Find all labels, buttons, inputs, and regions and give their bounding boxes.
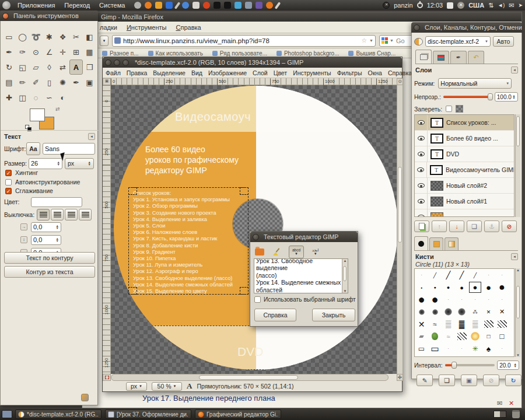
tab-paths[interactable]: ✒ bbox=[450, 51, 467, 64]
visibility-toggle[interactable] bbox=[415, 146, 428, 162]
gimp-menu-7[interactable]: Инструменты bbox=[290, 69, 334, 76]
brush-swatch[interactable] bbox=[455, 306, 468, 318]
tool-clone[interactable]: ▣ bbox=[83, 75, 96, 90]
brush-swatch[interactable]: ● bbox=[415, 293, 428, 306]
close-dialog-button[interactable]: Закрыть bbox=[312, 309, 355, 321]
lock-alpha-icon[interactable] bbox=[456, 105, 463, 113]
font-picker-button[interactable]: Aa bbox=[26, 142, 40, 155]
taskbar-item-2[interactable]: Графический редактор Gi... bbox=[195, 410, 281, 419]
tool-heal[interactable]: ✚ bbox=[2, 90, 16, 105]
workspace-icon[interactable] bbox=[447, 2, 453, 9]
duplicate-layer-button[interactable]: ❏ bbox=[467, 220, 482, 232]
checkbox[interactable] bbox=[5, 179, 12, 186]
close-button[interactable] bbox=[253, 234, 259, 240]
new-brush-button[interactable]: ❏ bbox=[439, 374, 455, 386]
tab-undo-history[interactable]: ↶ bbox=[468, 51, 484, 64]
trash-icon[interactable] bbox=[512, 410, 520, 418]
delete-brush-button[interactable]: ⊘ bbox=[483, 374, 499, 386]
use-selected-font-checkbox[interactable] bbox=[254, 296, 261, 303]
panel-menu-icon[interactable]: ◂ bbox=[511, 253, 518, 260]
tool-select-by-color[interactable]: ❖ bbox=[56, 29, 69, 44]
anchor-layer-button[interactable]: ⚓ bbox=[484, 220, 499, 232]
opacity-slider[interactable] bbox=[443, 96, 492, 98]
brush-swatch[interactable]: ▭ bbox=[428, 342, 442, 355]
brush-swatch[interactable]: ▒ bbox=[468, 318, 482, 330]
tool-eraser[interactable]: ▯ bbox=[43, 75, 56, 90]
spin-arrows[interactable]: ▲▼ bbox=[56, 237, 59, 243]
minimize-button[interactable] bbox=[114, 60, 120, 66]
brush-swatch[interactable] bbox=[482, 318, 495, 330]
panel-menu-icon[interactable]: ◂ bbox=[511, 66, 518, 74]
tool-move[interactable]: ✛ bbox=[56, 44, 69, 60]
firefox-menu-0[interactable]: ладки bbox=[100, 24, 117, 31]
selection-handle[interactable] bbox=[240, 287, 249, 295]
bookmark-item-2[interactable]: Ряд пользовате... bbox=[212, 50, 267, 57]
auto-button[interactable]: Авто bbox=[493, 36, 514, 47]
gimp-menu-6[interactable]: Цвет bbox=[271, 69, 290, 76]
brush-swatch[interactable]: ● bbox=[428, 293, 442, 306]
brush-swatch[interactable]: ● bbox=[495, 281, 509, 293]
duplicate-brush-button[interactable]: ▣ bbox=[461, 374, 477, 386]
workspace-2[interactable] bbox=[500, 411, 506, 417]
brush-swatch[interactable]: · bbox=[415, 269, 428, 281]
tool-flip[interactable]: ⇄ bbox=[56, 60, 69, 75]
spacing-slider[interactable] bbox=[445, 364, 495, 366]
bookmark-item-1[interactable]: Как использовать bbox=[148, 50, 203, 57]
tray-icon-help[interactable] bbox=[182, 2, 189, 9]
gimp-menu-2[interactable]: Выделение bbox=[150, 69, 188, 76]
visibility-toggle[interactable] bbox=[415, 131, 428, 146]
taskbar-item-0[interactable]: *disc-template.xcf-2.0 (RG... bbox=[15, 410, 102, 419]
brush-swatch[interactable]: · bbox=[495, 293, 509, 306]
brush-swatch[interactable]: ● bbox=[415, 281, 428, 293]
zoom-corner-icon[interactable]: ⊙ bbox=[397, 78, 403, 85]
brush-swatch[interactable]: ✕ bbox=[495, 306, 509, 318]
brush-swatch[interactable] bbox=[415, 306, 428, 318]
power-icon[interactable] bbox=[417, 2, 423, 8]
firefox-titlebar[interactable]: Gimp - Mozilla Firefox bbox=[82, 12, 522, 22]
help-button[interactable]: Справка bbox=[254, 309, 296, 321]
volume-icon[interactable]: ◄) bbox=[498, 2, 505, 8]
brushes-scroll-thumb[interactable] bbox=[516, 286, 520, 318]
selection-handle[interactable] bbox=[240, 187, 249, 195]
gimp-menu-5[interactable]: Слой bbox=[250, 69, 271, 76]
panel-menu-1[interactable]: Переход bbox=[60, 0, 94, 10]
opacity-field[interactable]: 100.0 ▲▼ bbox=[495, 92, 518, 102]
brush-swatch[interactable] bbox=[428, 330, 442, 342]
tool-blur[interactable]: ◌ bbox=[29, 90, 43, 105]
brush-swatch[interactable]: ╱ bbox=[455, 269, 468, 281]
brush-swatch[interactable]: · bbox=[495, 269, 509, 281]
brush-swatch[interactable]: ⁂ bbox=[468, 306, 482, 318]
path-from-text-button[interactable]: Контур из текста bbox=[4, 266, 95, 278]
brush-swatch[interactable]: · bbox=[468, 293, 482, 306]
layer-row-3[interactable]: TВидеосамоучитель GIMP bbox=[415, 162, 514, 178]
checkbox[interactable]: ✓ bbox=[5, 188, 12, 194]
tool-fuzzy-select[interactable]: ✱ bbox=[43, 29, 56, 44]
tool-align[interactable]: ⊞ bbox=[69, 44, 83, 60]
page-link[interactable]: Урок 17. Выделение переднего плана bbox=[142, 394, 275, 402]
layer-row-2[interactable]: TDVD bbox=[415, 146, 514, 162]
brush-swatch[interactable] bbox=[468, 330, 482, 342]
brush-swatch[interactable]: ╱ bbox=[442, 269, 455, 281]
lock-checkbox[interactable] bbox=[446, 106, 452, 112]
tool-measure[interactable]: ∠ bbox=[43, 44, 56, 60]
raise-layer-button[interactable]: ↑ bbox=[432, 220, 447, 232]
tool-perspective[interactable]: ◊ bbox=[43, 60, 56, 75]
tool-pencil[interactable]: ✏ bbox=[16, 75, 29, 90]
notification-close-icon[interactable]: ✕ bbox=[509, 400, 514, 407]
edit-brush-button[interactable]: ✎ bbox=[416, 374, 433, 386]
tray-icon-terminal[interactable] bbox=[214, 2, 220, 9]
brush-swatch[interactable] bbox=[442, 306, 455, 318]
tray-icon-mail[interactable] bbox=[192, 2, 200, 9]
brush-swatch[interactable]: ╱ bbox=[428, 269, 442, 281]
mail-icon[interactable]: ✉ bbox=[509, 2, 514, 9]
layer-row-5[interactable]: Новый слой#1 bbox=[415, 194, 514, 209]
vscroll-thumb[interactable] bbox=[398, 167, 402, 243]
foreground-color-swatch[interactable] bbox=[30, 108, 45, 121]
brush-swatch[interactable]: · bbox=[482, 293, 495, 306]
layer-row-1[interactable]: TБолее 60 видео ... bbox=[415, 131, 514, 146]
selection-handle[interactable] bbox=[128, 187, 137, 195]
tool-color-picker[interactable]: ✑ bbox=[16, 44, 29, 60]
justify-center-button[interactable] bbox=[65, 209, 78, 220]
spacing-field[interactable]: 0,0▲▼ bbox=[31, 235, 61, 245]
vertical-scrollbar[interactable] bbox=[397, 85, 402, 374]
